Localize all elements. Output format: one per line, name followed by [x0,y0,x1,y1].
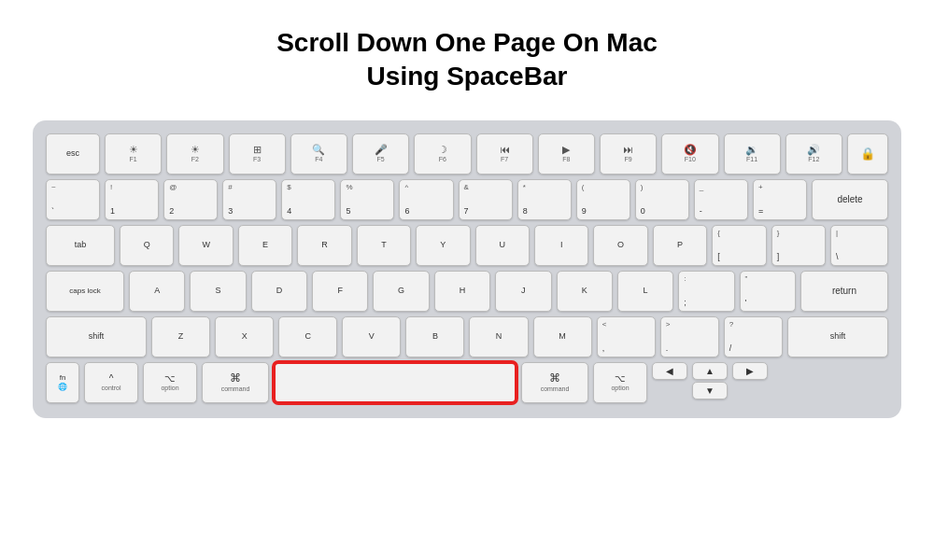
key-m[interactable]: M [533,316,592,357]
key-shift-left[interactable]: shift [46,316,147,357]
key-f12[interactable]: 🔊 F12 [785,133,842,175]
key-capslock[interactable]: caps lock [46,271,124,312]
shift-key-row: shift Z X C V B N M < , > . ? / shift [46,316,888,357]
home-key-row: caps lock A S D F G H J K L : ; " ' retu… [46,271,888,312]
key-spacebar[interactable] [274,362,517,403]
key-v[interactable]: V [342,316,401,357]
key-f3[interactable]: ⊞ F3 [229,133,286,175]
key-a[interactable]: A [129,271,185,312]
key-p[interactable]: P [653,225,707,266]
key-arrow-right[interactable]: ▶ [732,362,768,380]
key-5[interactable]: % 5 [340,179,394,220]
key-minus[interactable]: _ - [694,179,748,220]
key-u[interactable]: U [475,225,530,266]
number-key-row: ~ ` ! 1 @ 2 # 3 $ 4 % 5 ^ 6 & 7 [46,179,888,220]
page-title: Scroll Down One Page On Mac Using SpaceB… [276,26,658,94]
key-g[interactable]: G [373,271,429,312]
key-lock[interactable]: 🔒 [847,133,888,175]
key-f1[interactable]: ☀ F1 [105,133,162,175]
key-6[interactable]: ^ 6 [399,179,453,220]
key-f11[interactable]: 🔉 F11 [724,133,781,175]
key-f10[interactable]: 🔇 F10 [661,133,718,175]
key-command-right[interactable]: ⌘ command [521,362,588,403]
key-arrow-left[interactable]: ◀ [652,362,687,380]
key-z[interactable]: Z [151,316,210,357]
key-2[interactable]: @ 2 [163,179,218,220]
key-f7[interactable]: ⏮ F7 [476,133,533,175]
key-semicolon[interactable]: : ; [678,271,734,312]
bottom-key-row: fn 🌐 ^ control ⌥ option ⌘ command ⌘ comm… [46,362,888,403]
key-c[interactable]: C [278,316,337,357]
key-equals[interactable]: + = [753,179,807,220]
key-lbracket[interactable]: { [ [712,225,766,266]
qwerty-key-row: tab Q W E R T Y U I O P { [ } ] | \ [46,225,888,266]
key-delete[interactable]: delete [812,179,888,220]
key-n[interactable]: N [469,316,528,357]
key-9[interactable]: ( 9 [576,179,630,220]
key-t[interactable]: T [357,225,411,266]
key-i[interactable]: I [534,225,588,266]
key-d[interactable]: D [251,271,307,312]
key-o[interactable]: O [593,225,647,266]
fn-key-row: esc ☀ F1 ☀ F2 ⊞ F3 🔍 F4 🎤 F5 ☽ F6 ⏮ [46,133,888,175]
arrow-key-cluster: ◀ ▲ ▼ ▶ [652,362,768,403]
key-f8[interactable]: ▶ F8 [538,133,595,175]
key-e[interactable]: E [238,225,292,266]
key-rbracket[interactable]: } ] [771,225,826,266]
key-8[interactable]: * 8 [517,179,572,220]
key-backslash[interactable]: | \ [830,225,888,266]
key-slash[interactable]: ? / [724,316,783,357]
key-f9[interactable]: ⏭ F9 [600,133,657,175]
key-4[interactable]: $ 4 [281,179,335,220]
key-esc[interactable]: esc [46,133,100,175]
key-quote[interactable]: " ' [740,271,796,312]
key-k[interactable]: K [557,271,613,312]
key-7[interactable]: & 7 [459,179,513,220]
key-0[interactable]: ) 0 [635,179,689,220]
key-y[interactable]: Y [416,225,470,266]
key-j[interactable]: J [495,271,551,312]
key-f6[interactable]: ☽ F6 [414,133,471,175]
key-b[interactable]: B [405,316,464,357]
keyboard: esc ☀ F1 ☀ F2 ⊞ F3 🔍 F4 🎤 F5 ☽ F6 ⏮ [33,120,901,418]
key-s[interactable]: S [190,271,246,312]
key-3[interactable]: # 3 [222,179,276,220]
key-f[interactable]: F [312,271,368,312]
key-f4[interactable]: 🔍 F4 [290,133,347,175]
key-f2[interactable]: ☀ F2 [166,133,223,175]
key-control[interactable]: ^ control [84,362,138,403]
key-option-left[interactable]: ⌥ option [143,362,197,403]
key-comma[interactable]: < , [597,316,656,357]
key-tab[interactable]: tab [46,225,115,266]
key-fn[interactable]: fn 🌐 [46,362,79,403]
key-r[interactable]: R [297,225,351,266]
key-arrow-down[interactable]: ▼ [692,382,728,399]
key-1[interactable]: ! 1 [105,179,159,220]
key-arrow-up[interactable]: ▲ [692,362,728,380]
key-w[interactable]: W [178,225,233,266]
key-h[interactable]: H [434,271,490,312]
key-l[interactable]: L [617,271,673,312]
key-backtick[interactable]: ~ ` [46,179,100,220]
key-return[interactable]: return [800,271,888,312]
key-x[interactable]: X [215,316,274,357]
key-command-left[interactable]: ⌘ command [202,362,269,403]
key-shift-right[interactable]: shift [787,316,888,357]
key-f5[interactable]: 🎤 F5 [352,133,409,175]
key-q[interactable]: Q [120,225,174,266]
key-period[interactable]: > . [660,316,719,357]
key-option-right[interactable]: ⌥ option [593,362,647,403]
